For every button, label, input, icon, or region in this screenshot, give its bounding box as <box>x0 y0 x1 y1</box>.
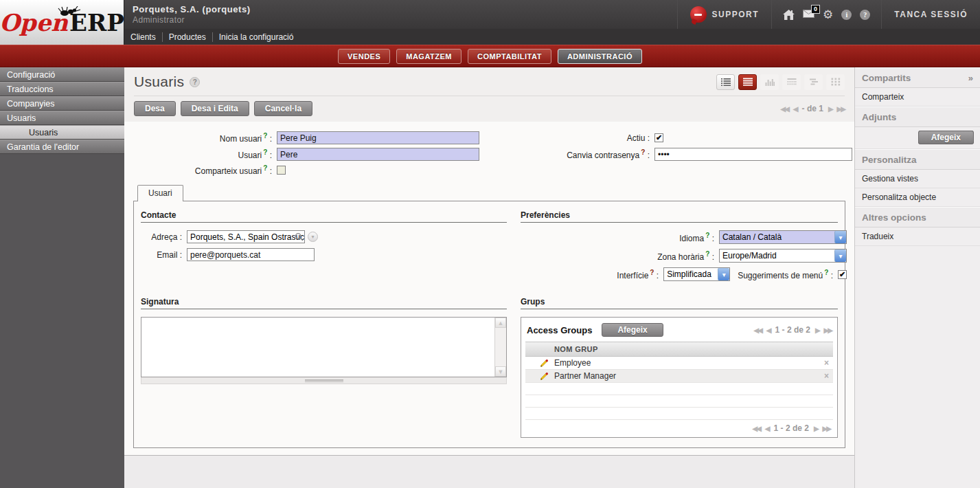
view-list-button[interactable] <box>716 74 735 90</box>
usuari-input[interactable]: Pere <box>277 148 479 161</box>
pager-first-icon[interactable]: ◀◀ <box>752 425 760 432</box>
graph-view-icon <box>765 78 775 86</box>
scrollbar[interactable]: ▲ ▼ <box>494 318 506 377</box>
nom-usuari-input[interactable]: Pere Puig <box>277 131 479 144</box>
delete-row-icon[interactable]: × <box>824 358 829 368</box>
comparteix-checkbox[interactable] <box>277 166 286 175</box>
record-pager: ◀◀ ◀ - de 1 ▶ ▶▶ <box>780 104 845 113</box>
home-icon[interactable] <box>783 10 795 20</box>
groups-pager-top: ◀◀ ◀ 1 - 2 de 2 ▶ ▶▶ <box>753 325 832 335</box>
sidebar-item-traduccions[interactable]: Traduccions <box>0 82 124 96</box>
scroll-up-icon[interactable]: ▲ <box>495 318 506 328</box>
pager-next-icon[interactable]: ▶ <box>828 105 832 113</box>
gestiona-vistes-link[interactable]: Gestiona vistes <box>855 170 980 188</box>
empty-row <box>525 383 833 395</box>
pager-next-icon[interactable]: ▶ <box>815 326 819 334</box>
pager-last-icon[interactable]: ▶▶ <box>837 105 845 113</box>
pager-prev-icon[interactable]: ◀ <box>765 425 769 432</box>
view-gantt-button[interactable] <box>804 74 823 90</box>
section-altres-opcions: Altres opcions <box>855 207 980 228</box>
menu-vendes[interactable]: VENDES <box>338 49 390 64</box>
comparteix-link[interactable]: Comparteix <box>855 88 980 107</box>
resize-handle[interactable] <box>141 377 507 384</box>
page-header: Usuaris ? <box>124 67 854 96</box>
sidebar-item-garantia[interactable]: Garantia de l'editor <box>0 140 124 154</box>
email-input[interactable]: pere@porquets.cat <box>187 248 315 261</box>
pager-last-icon[interactable]: ▶▶ <box>824 326 832 334</box>
view-form-button[interactable] <box>738 74 757 90</box>
edit-pencil-icon[interactable] <box>540 372 549 381</box>
tab-usuari[interactable]: Usuari <box>137 185 183 201</box>
chevron-down-icon: ▾ <box>718 268 729 280</box>
pager-last-icon[interactable]: ▶▶ <box>823 425 830 432</box>
interficie-select[interactable]: Simplificada ▾ <box>663 267 730 281</box>
logout-button[interactable]: TANCA SESSIÓ <box>882 10 980 19</box>
tradueix-link[interactable]: Tradueix <box>855 228 980 246</box>
shortcut-clients[interactable]: Clients <box>124 32 162 42</box>
view-switcher <box>716 74 845 90</box>
actiu-checkbox[interactable]: ✔ <box>654 133 663 142</box>
idioma-select[interactable]: Catalan / Català ▾ <box>719 230 847 244</box>
menu-administracio[interactable]: ADMINISTRACIÓ <box>558 49 642 64</box>
gear-icon[interactable]: ⚙ <box>823 9 833 21</box>
save-edit-button[interactable]: Desa i Edita <box>181 101 249 116</box>
menu-magatzem[interactable]: MAGATZEM <box>396 49 461 64</box>
help-icon[interactable]: ? <box>860 10 870 20</box>
pager-first-icon[interactable]: ◀◀ <box>780 105 788 113</box>
zona-horaria-select[interactable]: Europe/Madrid ▾ <box>719 249 847 263</box>
logged-in-user: Administrator <box>133 15 251 25</box>
contrasenya-input[interactable]: •••• <box>654 148 852 161</box>
view-kanban-button[interactable] <box>826 74 845 90</box>
save-button[interactable]: Desa <box>134 101 176 116</box>
search-icon[interactable] <box>295 232 304 241</box>
view-calendar-button[interactable] <box>782 74 801 90</box>
pager-prev-icon[interactable]: ◀ <box>793 105 797 113</box>
calendar-view-icon <box>787 78 797 86</box>
menu-comptabilitat[interactable]: COMPTABILITAT <box>468 49 551 64</box>
delete-row-icon[interactable]: × <box>824 371 829 381</box>
company-block: Porquets, S.A. (porquets) Administrator <box>124 4 251 25</box>
sidebar-item-usuaris-sub[interactable]: Usuaris <box>0 125 124 140</box>
sidebar-item-usuaris[interactable]: Usuaris <box>0 111 124 125</box>
email-label: Email <box>141 250 182 260</box>
expand-sidebar-icon[interactable]: » <box>968 73 973 83</box>
suggeriments-checkbox[interactable]: ✔ <box>838 270 847 279</box>
table-row[interactable]: Employee × <box>525 357 833 370</box>
pager-first-icon[interactable]: ◀◀ <box>753 326 761 334</box>
groups-column-header: NOM GRUP <box>525 342 833 357</box>
signatura-textarea[interactable] <box>141 318 494 377</box>
sidebar-item-configuracio[interactable]: Configuració <box>0 67 124 82</box>
support-bubble-icon <box>690 6 707 23</box>
form-toolbar: Desa Desa i Edita Cancel·la ◀◀ ◀ - de 1 … <box>124 96 854 122</box>
suggeriments-label: Suggeriments de menú? <box>738 269 833 280</box>
user-form: Nom usuari? Pere Puig Actiu ✔ Usuari? Pe… <box>124 122 854 456</box>
pager-prev-icon[interactable]: ◀ <box>766 326 771 334</box>
page-help-icon[interactable]: ? <box>190 77 200 87</box>
adreca-dropdown-button[interactable]: ▾ <box>308 232 318 242</box>
shortcut-configuracio[interactable]: Inicia la configuració <box>212 32 300 42</box>
add-group-button[interactable]: Afegeix <box>602 323 663 337</box>
add-attachment-button[interactable]: Afegeix <box>918 131 974 144</box>
section-compartits: Compartits » <box>855 67 980 88</box>
header-icons: SUPPORT 0 ⚙ i ? <box>677 0 980 29</box>
preferencies-section-title: Preferències <box>521 210 838 223</box>
support-button[interactable]: SUPPORT <box>678 6 772 23</box>
edit-pencil-icon[interactable] <box>540 359 549 368</box>
view-graph-button[interactable] <box>760 74 779 90</box>
personalitza-objecte-link[interactable]: Personalitza objecte <box>855 188 980 207</box>
shortcut-productes[interactable]: Productes <box>162 32 212 42</box>
cancel-button[interactable]: Cancel·la <box>254 101 312 116</box>
table-row[interactable]: Partner Manager × <box>525 370 833 383</box>
zona-horaria-label: Zona horària? <box>521 250 714 262</box>
requests-button[interactable]: 0 <box>803 10 814 20</box>
groups-pager-bottom: ◀◀ ◀ 1 - 2 de 2 ▶ ▶▶ <box>752 423 830 433</box>
pager-next-icon[interactable]: ▶ <box>814 425 818 432</box>
sidebar-item-companyies[interactable]: Companyies <box>0 96 124 111</box>
ant-icon <box>58 6 81 17</box>
adreca-input[interactable]: Porquets, S.A., Spain Ostrasuc <box>187 230 305 243</box>
main-content: Usuaris ? <box>124 67 854 488</box>
contacte-section-title: Contacte <box>141 210 507 223</box>
scroll-down-icon[interactable]: ▼ <box>495 366 506 377</box>
section-adjunts: Adjunts <box>855 107 980 127</box>
info-icon[interactable]: i <box>841 10 852 20</box>
